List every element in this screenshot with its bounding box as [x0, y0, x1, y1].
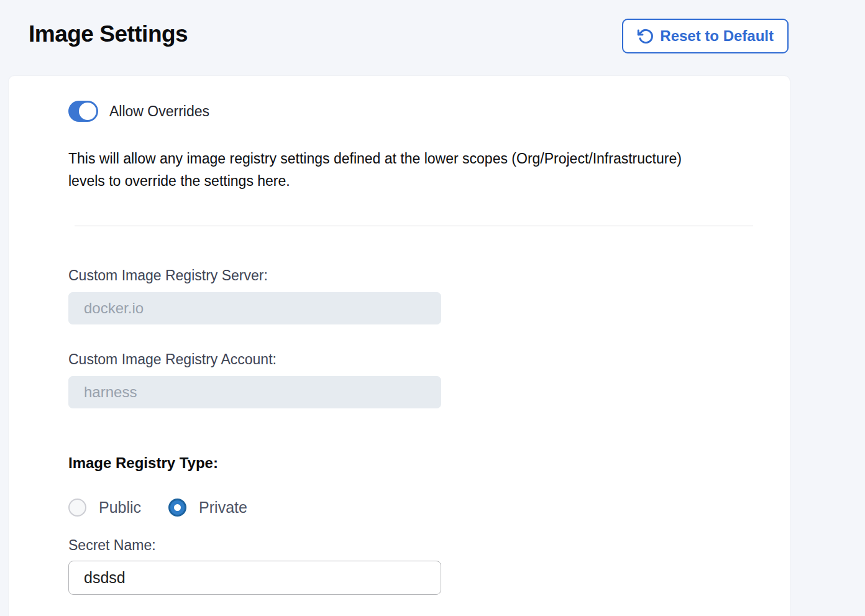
allow-overrides-toggle[interactable] — [68, 101, 98, 122]
reset-button-label: Reset to Default — [660, 27, 774, 45]
toggle-knob-icon — [79, 103, 96, 120]
reset-ccw-icon — [637, 28, 654, 45]
secret-name-label: Secret Name: — [68, 537, 705, 554]
image-settings-card: Allow Overrides This will allow any imag… — [9, 76, 790, 616]
allow-overrides-row: Allow Overrides — [68, 100, 705, 122]
card-content: Allow Overrides This will allow any imag… — [9, 76, 705, 595]
allow-overrides-label: Allow Overrides — [109, 103, 209, 120]
registry-type-radio-group: Public Private — [68, 498, 705, 517]
radio-checked-icon[interactable] — [168, 499, 186, 517]
secret-name-input[interactable] — [68, 561, 441, 595]
section-divider — [75, 226, 753, 226]
registry-server-label: Custom Image Registry Server: — [68, 267, 705, 284]
reset-to-default-button[interactable]: Reset to Default — [622, 19, 789, 53]
radio-option-public[interactable]: Public — [68, 499, 141, 517]
radio-private-label: Private — [199, 499, 247, 517]
radio-public-label: Public — [99, 499, 141, 517]
page-header: Image Settings Reset to Default — [0, 0, 865, 76]
registry-account-label: Custom Image Registry Account: — [68, 351, 705, 368]
registry-server-input[interactable] — [68, 292, 441, 324]
registry-type-label: Image Registry Type: — [68, 454, 705, 472]
radio-option-private[interactable]: Private — [168, 499, 247, 517]
overrides-description: This will allow any image registry setti… — [68, 147, 705, 192]
page-title: Image Settings — [29, 21, 188, 47]
radio-unchecked-icon[interactable] — [68, 499, 86, 517]
registry-account-input[interactable] — [68, 376, 441, 408]
